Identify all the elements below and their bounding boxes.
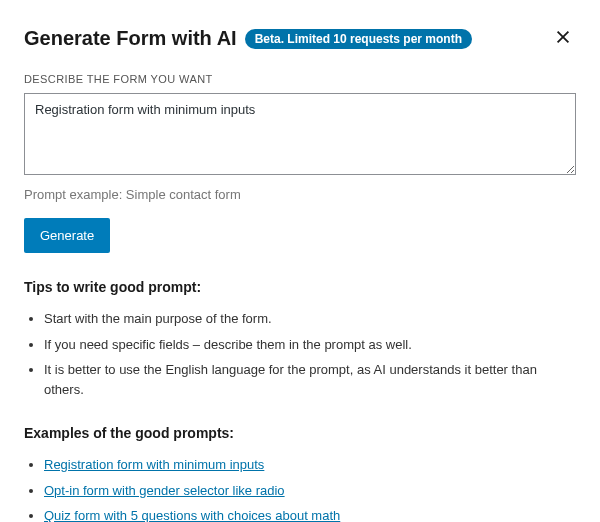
tips-list: Start with the main purpose of the form.… xyxy=(24,309,576,399)
example-link[interactable]: Opt-in form with gender selector like ra… xyxy=(44,483,285,498)
generate-button[interactable]: Generate xyxy=(24,218,110,253)
beta-badge: Beta. Limited 10 requests per month xyxy=(245,29,472,49)
example-link[interactable]: Quiz form with 5 questions with choices … xyxy=(44,508,340,522)
list-item: If you need specific fields – describe t… xyxy=(44,335,576,355)
list-item: It is better to use the English language… xyxy=(44,360,576,399)
list-item: Quiz form with 5 questions with choices … xyxy=(44,506,576,522)
close-icon xyxy=(554,28,572,46)
examples-heading: Examples of the good prompts: xyxy=(24,425,576,441)
list-item: Opt-in form with gender selector like ra… xyxy=(44,481,576,501)
prompt-label: DESCRIBE THE FORM YOU WANT xyxy=(24,73,576,85)
tips-heading: Tips to write good prompt: xyxy=(24,279,576,295)
dialog-title: Generate Form with AI xyxy=(24,27,237,50)
examples-list: Registration form with minimum inputs Op… xyxy=(24,455,576,522)
list-item: Registration form with minimum inputs xyxy=(44,455,576,475)
title-wrap: Generate Form with AI Beta. Limited 10 r… xyxy=(24,27,472,50)
prompt-hint: Prompt example: Simple contact form xyxy=(24,187,576,202)
list-item: Start with the main purpose of the form. xyxy=(44,309,576,329)
close-button[interactable] xyxy=(550,24,576,53)
dialog-header: Generate Form with AI Beta. Limited 10 r… xyxy=(24,24,576,53)
prompt-input[interactable] xyxy=(24,93,576,175)
example-link[interactable]: Registration form with minimum inputs xyxy=(44,457,264,472)
